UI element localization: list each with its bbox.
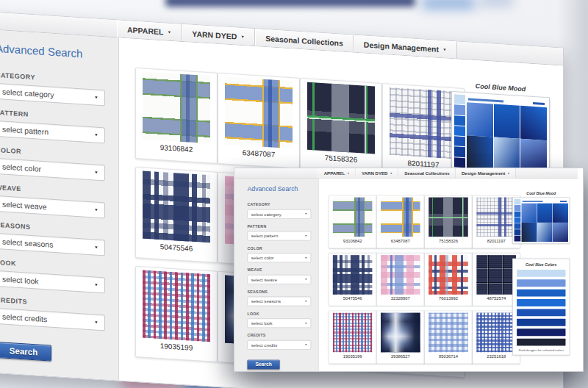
swatch-id: 19035199 <box>139 340 214 353</box>
fabric-thumbnail <box>333 198 373 237</box>
filter-list: CATEGORYselect category▼PATTERNselect pa… <box>0 71 105 331</box>
photo-tile <box>553 204 568 223</box>
credits-select[interactable]: select credits▼ <box>0 308 105 331</box>
fabric-thumbnail <box>143 72 210 144</box>
filter-label: SEASONS <box>247 290 311 294</box>
filter-seasons: SEASONSselect seasons▼ <box>247 290 311 306</box>
color-select[interactable]: select color▼ <box>247 253 311 262</box>
mood-board-image <box>512 198 570 244</box>
swatch-id: 23251618 <box>475 353 518 359</box>
color-chip <box>514 223 521 229</box>
swatch-id: 75158326 <box>426 238 470 244</box>
chevron-down-icon: ▼ <box>94 283 98 287</box>
palette-color-bar[interactable] <box>517 270 565 277</box>
palette-color-bar[interactable] <box>517 290 565 297</box>
credits-select[interactable]: select credits▼ <box>247 340 311 350</box>
photo-tiles <box>521 204 568 242</box>
filter-look: LOOKselect look▼ <box>247 312 311 328</box>
fabric-thumbnail <box>381 313 420 353</box>
pattern-select[interactable]: select pattern▼ <box>0 121 105 143</box>
fabric-thumbnail <box>333 255 373 295</box>
palette-bar-list <box>517 270 565 346</box>
swatch-card[interactable]: 19035199 <box>329 311 376 364</box>
select-value: select pattern <box>2 125 49 137</box>
swatch-id: 50475546 <box>331 295 374 301</box>
blurred-backdrop-shape <box>422 0 475 9</box>
color-chip <box>454 136 465 146</box>
swatch-card[interactable]: 39386527 <box>376 311 424 364</box>
swatch-id: 39386527 <box>379 353 422 359</box>
pattern-select[interactable]: select pattern▼ <box>247 231 311 241</box>
swatch-id: 75158326 <box>304 151 379 165</box>
select-value: select look <box>2 275 39 286</box>
color-select[interactable]: select color▼ <box>0 158 105 181</box>
swatch-card[interactable]: 75158326 <box>424 195 472 248</box>
search-button[interactable]: Search <box>0 342 51 362</box>
swatch-card[interactable]: 76013992 <box>424 253 472 306</box>
chevron-down-icon: ▼ <box>507 172 509 174</box>
mood-board-panel[interactable]: Cool Blue Mood <box>512 191 570 243</box>
fabric-thumbnail <box>307 82 375 154</box>
select-value: select credits <box>2 312 47 324</box>
nav-item-yarn-dyed[interactable]: YARN DYED▼ <box>356 168 398 178</box>
seasons-select[interactable]: select seasons▼ <box>0 233 105 256</box>
filter-category: CATEGORYselect category▼ <box>247 203 311 219</box>
weave-select[interactable]: select weave▼ <box>247 275 311 284</box>
select-value: select category <box>251 212 282 217</box>
chevron-down-icon: ▼ <box>94 245 98 249</box>
palette-color-bar[interactable] <box>517 319 565 326</box>
filter-credits: CREDITSselect credits▼ <box>247 334 311 350</box>
swatch-card[interactable]: 93106842 <box>135 68 218 164</box>
nav-item-design-management[interactable]: Design Management▼ <box>456 168 516 178</box>
mood-collage <box>514 199 568 242</box>
swatch-card[interactable]: 93106842 <box>329 195 376 248</box>
swatch-id: 19035199 <box>331 353 374 359</box>
color-chip <box>454 115 465 126</box>
desktop-backdrop: APPAREL▼YARN DYED▼Seasonal CollectionsDe… <box>0 0 588 388</box>
swatch-card[interactable]: 63487087 <box>376 195 424 248</box>
photo-tile <box>553 223 568 242</box>
weave-select[interactable]: select weave▼ <box>0 195 105 218</box>
palette-caption: Find designs for selected colors <box>517 348 565 352</box>
swatch-card[interactable]: 32328907 <box>376 253 424 306</box>
look-select[interactable]: select look▼ <box>247 318 311 328</box>
palette-color-bar[interactable] <box>517 339 565 346</box>
color-chip <box>514 205 521 211</box>
swatch-card[interactable]: 63487087 <box>218 73 300 169</box>
palette-color-bar[interactable] <box>517 328 565 336</box>
category-select[interactable]: select category▼ <box>0 83 105 106</box>
swatch-card[interactable]: 85036714 <box>424 311 472 364</box>
mood-color-strip <box>454 94 465 168</box>
palette-color-bar[interactable] <box>517 299 565 306</box>
nav-item-apparel[interactable]: APPAREL▼ <box>318 168 355 178</box>
palette-color-bar[interactable] <box>517 279 565 287</box>
search-button[interactable]: Search <box>247 360 279 370</box>
nav-item-label: Seasonal Collections <box>265 34 343 48</box>
photo-tile <box>467 135 493 170</box>
category-select[interactable]: select category▼ <box>247 209 311 219</box>
filter-look: LOOKselect look▼ <box>0 259 105 293</box>
nav-item-label: Seasonal Collections <box>404 170 449 176</box>
swatch-card[interactable]: 50475546 <box>135 167 218 263</box>
swatch-id: 63487087 <box>379 238 422 244</box>
chevron-down-icon: ▼ <box>94 320 98 324</box>
swatch-card[interactable]: 75158326 <box>300 78 382 174</box>
swatch-card[interactable]: 50475546 <box>329 253 376 306</box>
palette-color-bar[interactable] <box>517 309 565 316</box>
results-area: 9310684263487087751583268201119750475546… <box>319 179 578 372</box>
chevron-down-icon: ▼ <box>94 96 98 99</box>
filter-label: WEAVE <box>247 268 311 273</box>
advanced-search-title: Advanced Search <box>0 42 105 62</box>
nav-item-seasonal-collections[interactable]: Seasonal Collections <box>398 168 456 178</box>
color-chip <box>454 157 465 168</box>
mood-board-panel[interactable]: Cool Blue Mood <box>451 81 550 176</box>
blurred-backdrop-bar <box>165 0 415 7</box>
mood-collage <box>454 94 547 173</box>
seasons-select[interactable]: select seasons▼ <box>247 297 311 306</box>
swatch-card[interactable]: 19035199 <box>135 266 218 362</box>
look-select[interactable]: select look▼ <box>0 270 105 293</box>
color-chip <box>514 236 521 242</box>
fabric-thumbnail <box>476 313 516 353</box>
chevron-down-icon: ▼ <box>240 35 245 38</box>
fabric-thumbnail <box>143 171 210 243</box>
